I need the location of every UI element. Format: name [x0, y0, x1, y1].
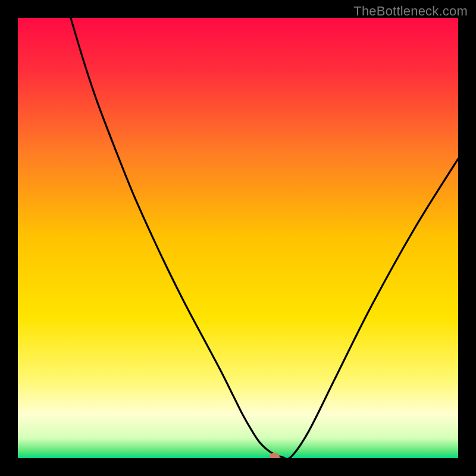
plot-area: [18, 18, 458, 458]
bottleneck-chart-svg: [18, 18, 458, 458]
gradient-background: [18, 18, 458, 458]
watermark-text: TheBottleneck.com: [353, 4, 468, 19]
chart-container: TheBottleneck.com: [0, 0, 476, 476]
